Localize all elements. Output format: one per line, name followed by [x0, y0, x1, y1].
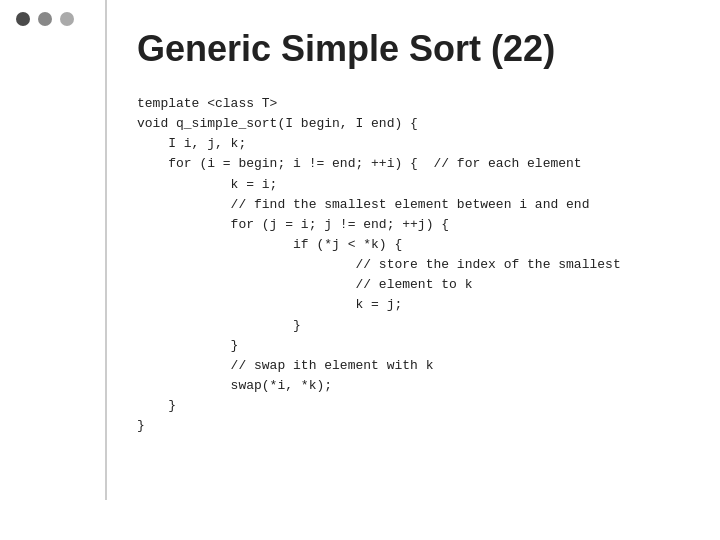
dot-2 — [38, 12, 52, 26]
slide-content: Generic Simple Sort (22) template <class… — [107, 0, 720, 540]
dot-3 — [60, 12, 74, 26]
slide-title: Generic Simple Sort (22) — [137, 28, 690, 70]
code-block: template <class T> void q_simple_sort(I … — [137, 94, 690, 436]
dot-1 — [16, 12, 30, 26]
